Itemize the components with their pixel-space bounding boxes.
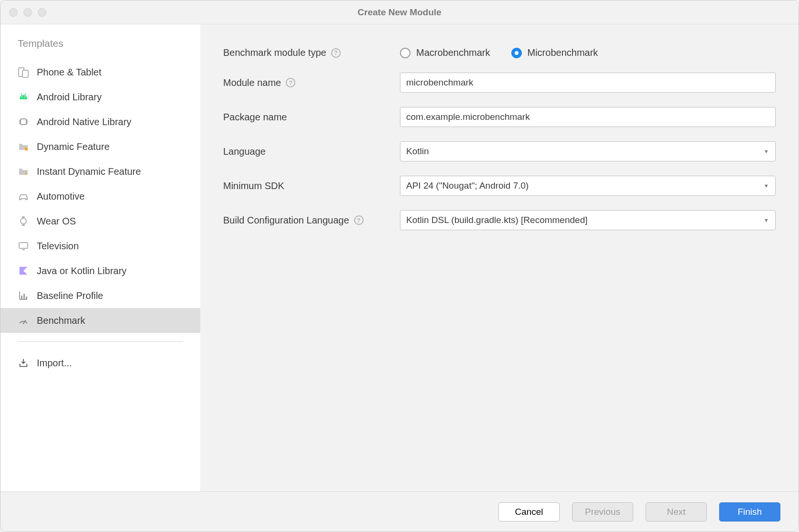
build-lang-label: Build Configuration Language [223, 215, 349, 226]
radio-circle-icon [400, 48, 410, 58]
svg-rect-17 [19, 243, 28, 248]
template-label: Automotive [37, 191, 85, 202]
template-label: Instant Dynamic Feature [37, 166, 141, 177]
svg-rect-1 [22, 70, 28, 77]
template-phone-tablet[interactable]: Phone & Tablet [0, 60, 200, 85]
svg-rect-23 [26, 297, 27, 299]
window-title: Create New Module [357, 7, 441, 18]
svg-rect-22 [23, 294, 25, 299]
template-label: Android Library [37, 92, 102, 103]
benchmark-icon [18, 315, 29, 326]
profile-icon [18, 290, 29, 301]
module-name-input[interactable] [400, 73, 776, 93]
import-icon [18, 357, 29, 369]
svg-rect-15 [22, 216, 25, 218]
svg-point-25 [23, 323, 24, 324]
dialog-footer: Cancel Previous Next Finish [0, 491, 799, 532]
svg-line-4 [21, 93, 22, 95]
template-label: Dynamic Feature [37, 141, 109, 152]
template-import[interactable]: Import... [0, 351, 200, 375]
help-icon[interactable]: ? [286, 78, 295, 87]
help-icon[interactable]: ? [331, 48, 341, 58]
build-lang-select[interactable] [400, 210, 776, 230]
minimize-window-button[interactable] [23, 8, 32, 17]
cancel-button[interactable]: Cancel [498, 502, 560, 521]
radio-macrobenchmark[interactable]: Macrobenchmark [400, 47, 490, 58]
package-name-label: Package name [223, 112, 287, 123]
language-label: Language [223, 146, 266, 157]
template-label: Benchmark [37, 315, 85, 326]
help-icon[interactable]: ? [354, 215, 364, 225]
min-sdk-label: Minimum SDK [223, 181, 284, 192]
template-instant-dynamic-feature[interactable]: Instant Dynamic Feature [0, 159, 200, 184]
form-panel: Benchmark module type ? Macrobenchmark M… [200, 24, 799, 491]
template-android-native-library[interactable]: Android Native Library [0, 109, 200, 134]
template-label: Phone & Tablet [37, 67, 101, 78]
svg-rect-21 [21, 296, 22, 299]
template-television[interactable]: Television [0, 234, 200, 258]
svg-point-3 [24, 96, 25, 97]
template-benchmark[interactable]: Benchmark [0, 308, 200, 333]
tv-icon [18, 240, 29, 252]
template-automotive[interactable]: Automotive [0, 184, 200, 209]
kotlin-icon [18, 265, 29, 277]
phone-tablet-icon [18, 66, 29, 78]
template-baseline-profile[interactable]: Baseline Profile [0, 283, 200, 308]
folder-instant-icon [18, 166, 29, 177]
template-android-library[interactable]: Android Library [0, 85, 200, 109]
svg-point-2 [22, 96, 22, 97]
svg-rect-13 [25, 148, 28, 150]
finish-button[interactable]: Finish [719, 502, 780, 521]
package-name-input[interactable] [400, 107, 776, 127]
svg-point-14 [21, 218, 26, 224]
car-icon [18, 191, 29, 202]
svg-rect-6 [21, 119, 26, 125]
template-label: Wear OS [37, 216, 76, 227]
template-label: Java or Kotlin Library [37, 266, 127, 277]
template-dynamic-feature[interactable]: Dynamic Feature [0, 134, 200, 159]
previous-button[interactable]: Previous [572, 502, 633, 521]
template-java-kotlin-library[interactable]: Java or Kotlin Library [0, 258, 200, 283]
module-name-label: Module name [223, 77, 281, 88]
radio-circle-icon [511, 48, 522, 58]
svg-line-5 [25, 93, 26, 95]
zoom-window-button[interactable] [38, 8, 46, 17]
svg-rect-16 [22, 224, 25, 226]
import-label: Import... [37, 358, 72, 369]
min-sdk-select[interactable] [400, 176, 776, 196]
benchmark-type-radio-group: Macrobenchmark Microbenchmark [400, 47, 598, 58]
chip-icon [18, 116, 29, 128]
language-select[interactable] [400, 141, 776, 161]
titlebar: Create New Module [0, 0, 799, 24]
folder-dynamic-icon [18, 141, 29, 152]
close-window-button[interactable] [9, 8, 18, 17]
next-button[interactable]: Next [646, 502, 707, 521]
radio-label: Microbenchmark [528, 47, 598, 58]
template-label: Television [37, 241, 79, 252]
watch-icon [18, 215, 29, 227]
sidebar-divider [18, 341, 183, 342]
radio-label: Macrobenchmark [416, 47, 490, 58]
android-icon [18, 91, 29, 103]
template-label: Android Native Library [37, 117, 131, 128]
template-label: Baseline Profile [37, 290, 103, 301]
benchmark-type-label: Benchmark module type [223, 47, 326, 58]
window-controls [9, 8, 46, 17]
templates-sidebar: Templates Phone & Tablet Android Library… [0, 24, 200, 491]
radio-microbenchmark[interactable]: Microbenchmark [511, 47, 598, 58]
template-wear-os[interactable]: Wear OS [0, 209, 200, 234]
sidebar-heading: Templates [0, 38, 200, 60]
